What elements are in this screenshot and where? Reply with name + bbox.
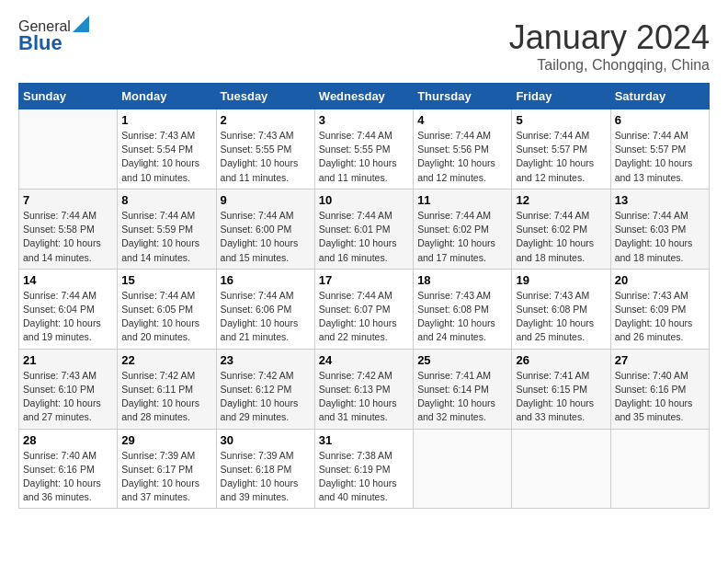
calendar-cell [610,429,709,509]
calendar-cell: 30 Sunrise: 7:39 AMSunset: 6:18 PMDaylig… [216,429,314,509]
day-number: 20 [615,273,705,287]
location-subtitle: Tailong, Chongqing, China [509,57,710,74]
day-detail: Sunrise: 7:44 AMSunset: 6:06 PMDaylight:… [221,290,299,343]
day-number: 13 [615,193,705,207]
day-detail: Sunrise: 7:39 AMSunset: 6:18 PMDaylight:… [221,450,299,503]
day-detail: Sunrise: 7:42 AMSunset: 6:11 PMDaylight:… [121,370,199,423]
calendar-cell [19,109,118,190]
calendar-cell: 18 Sunrise: 7:43 AMSunset: 6:08 PMDaylig… [414,269,512,349]
calendar-cell: 27 Sunrise: 7:40 AMSunset: 6:16 PMDaylig… [610,349,709,429]
calendar-cell: 1 Sunrise: 7:43 AMSunset: 5:54 PMDayligh… [118,109,216,190]
day-number: 14 [23,273,113,287]
calendar-cell: 17 Sunrise: 7:44 AMSunset: 6:07 PMDaylig… [314,269,413,349]
day-number: 16 [221,273,311,287]
calendar-cell: 6 Sunrise: 7:44 AMSunset: 5:57 PMDayligh… [610,109,709,190]
day-detail: Sunrise: 7:44 AMSunset: 6:07 PMDaylight:… [319,290,397,343]
day-number: 9 [221,193,311,207]
calendar-cell: 26 Sunrise: 7:41 AMSunset: 6:15 PMDaylig… [512,349,610,429]
day-number: 11 [417,193,507,207]
calendar-cell: 7 Sunrise: 7:44 AMSunset: 5:58 PMDayligh… [19,189,118,269]
day-number: 22 [121,353,211,367]
day-number: 30 [221,433,311,447]
calendar-cell: 20 Sunrise: 7:43 AMSunset: 6:09 PMDaylig… [610,269,709,349]
day-detail: Sunrise: 7:42 AMSunset: 6:12 PMDaylight:… [221,370,299,423]
day-number: 19 [516,273,606,287]
day-detail: Sunrise: 7:42 AMSunset: 6:13 PMDaylight:… [319,370,397,423]
calendar-cell: 21 Sunrise: 7:43 AMSunset: 6:10 PMDaylig… [19,349,118,429]
calendar-cell: 13 Sunrise: 7:44 AMSunset: 6:03 PMDaylig… [610,189,709,269]
day-number: 28 [23,433,113,447]
calendar-cell: 10 Sunrise: 7:44 AMSunset: 6:01 PMDaylig… [314,189,413,269]
calendar-cell: 5 Sunrise: 7:44 AMSunset: 5:57 PMDayligh… [512,109,610,190]
logo-blue-text: Blue [18,31,63,55]
day-number: 17 [319,273,409,287]
day-number: 25 [417,353,507,367]
day-detail: Sunrise: 7:44 AMSunset: 5:55 PMDaylight:… [319,130,397,183]
weekday-header: Saturday [610,84,709,109]
page-header: General Blue January 2024 Tailong, Chong… [18,18,710,74]
calendar-cell: 16 Sunrise: 7:44 AMSunset: 6:06 PMDaylig… [216,269,314,349]
calendar-table: SundayMondayTuesdayWednesdayThursdayFrid… [18,83,710,509]
day-detail: Sunrise: 7:40 AMSunset: 6:16 PMDaylight:… [23,450,101,503]
day-detail: Sunrise: 7:44 AMSunset: 6:02 PMDaylight:… [516,210,594,263]
calendar-cell: 4 Sunrise: 7:44 AMSunset: 5:56 PMDayligh… [414,109,512,190]
calendar-cell [414,429,512,509]
day-number: 18 [417,273,507,287]
svg-marker-0 [73,16,89,32]
day-number: 12 [516,193,606,207]
day-number: 10 [319,193,409,207]
day-detail: Sunrise: 7:44 AMSunset: 5:58 PMDaylight:… [23,210,101,263]
calendar-cell: 28 Sunrise: 7:40 AMSunset: 6:16 PMDaylig… [19,429,118,509]
day-detail: Sunrise: 7:41 AMSunset: 6:14 PMDaylight:… [417,370,495,423]
day-detail: Sunrise: 7:44 AMSunset: 6:03 PMDaylight:… [615,210,693,263]
day-detail: Sunrise: 7:44 AMSunset: 5:56 PMDaylight:… [417,130,495,183]
calendar-cell: 19 Sunrise: 7:43 AMSunset: 6:08 PMDaylig… [512,269,610,349]
calendar-cell: 29 Sunrise: 7:39 AMSunset: 6:17 PMDaylig… [118,429,216,509]
calendar-cell: 12 Sunrise: 7:44 AMSunset: 6:02 PMDaylig… [512,189,610,269]
day-detail: Sunrise: 7:44 AMSunset: 6:04 PMDaylight:… [23,290,101,343]
calendar-cell: 23 Sunrise: 7:42 AMSunset: 6:12 PMDaylig… [216,349,314,429]
calendar-cell [512,429,610,509]
calendar-cell: 3 Sunrise: 7:44 AMSunset: 5:55 PMDayligh… [314,109,413,190]
day-number: 8 [121,193,211,207]
day-detail: Sunrise: 7:44 AMSunset: 6:02 PMDaylight:… [417,210,495,263]
day-number: 27 [615,353,705,367]
day-detail: Sunrise: 7:44 AMSunset: 6:05 PMDaylight:… [121,290,199,343]
day-number: 7 [23,193,113,207]
day-number: 1 [121,113,211,127]
calendar-cell: 31 Sunrise: 7:38 AMSunset: 6:19 PMDaylig… [314,429,413,509]
day-number: 21 [23,353,113,367]
day-number: 3 [319,113,409,127]
day-detail: Sunrise: 7:44 AMSunset: 5:59 PMDaylight:… [121,210,199,263]
day-detail: Sunrise: 7:44 AMSunset: 6:00 PMDaylight:… [221,210,299,263]
day-detail: Sunrise: 7:38 AMSunset: 6:19 PMDaylight:… [319,450,397,503]
day-number: 6 [615,113,705,127]
day-detail: Sunrise: 7:43 AMSunset: 5:54 PMDaylight:… [121,130,199,183]
calendar-cell: 24 Sunrise: 7:42 AMSunset: 6:13 PMDaylig… [314,349,413,429]
day-number: 24 [319,353,409,367]
day-detail: Sunrise: 7:43 AMSunset: 5:55 PMDaylight:… [221,130,299,183]
calendar-cell: 14 Sunrise: 7:44 AMSunset: 6:04 PMDaylig… [19,269,118,349]
day-detail: Sunrise: 7:43 AMSunset: 6:08 PMDaylight:… [417,290,495,343]
weekday-header: Monday [118,84,216,109]
day-number: 15 [121,273,211,287]
day-detail: Sunrise: 7:41 AMSunset: 6:15 PMDaylight:… [516,370,594,423]
weekday-header: Thursday [414,84,512,109]
logo-icon [73,16,89,32]
day-number: 26 [516,353,606,367]
calendar-cell: 22 Sunrise: 7:42 AMSunset: 6:11 PMDaylig… [118,349,216,429]
day-number: 31 [319,433,409,447]
weekday-header: Sunday [19,84,118,109]
day-number: 2 [221,113,311,127]
calendar-cell: 8 Sunrise: 7:44 AMSunset: 5:59 PMDayligh… [118,189,216,269]
calendar-cell: 2 Sunrise: 7:43 AMSunset: 5:55 PMDayligh… [216,109,314,190]
day-detail: Sunrise: 7:44 AMSunset: 5:57 PMDaylight:… [516,130,594,183]
calendar-cell: 15 Sunrise: 7:44 AMSunset: 6:05 PMDaylig… [118,269,216,349]
weekday-header: Wednesday [314,84,413,109]
calendar-cell: 25 Sunrise: 7:41 AMSunset: 6:14 PMDaylig… [414,349,512,429]
calendar-cell: 9 Sunrise: 7:44 AMSunset: 6:00 PMDayligh… [216,189,314,269]
day-detail: Sunrise: 7:40 AMSunset: 6:16 PMDaylight:… [615,370,693,423]
logo: General Blue [18,18,89,55]
day-detail: Sunrise: 7:43 AMSunset: 6:09 PMDaylight:… [615,290,693,343]
day-detail: Sunrise: 7:44 AMSunset: 5:57 PMDaylight:… [615,130,693,183]
